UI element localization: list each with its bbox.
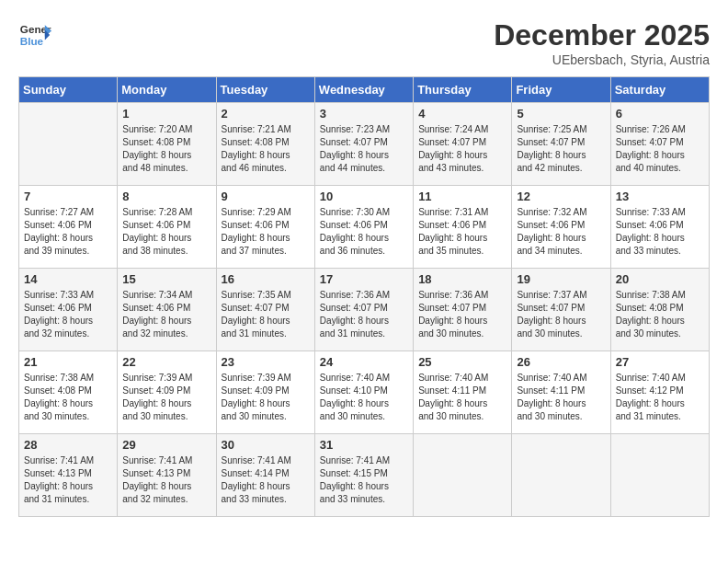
day-info: Sunrise: 7:32 AM Sunset: 4:06 PM Dayligh…	[517, 206, 605, 258]
day-info: Sunrise: 7:36 AM Sunset: 4:07 PM Dayligh…	[418, 289, 506, 340]
calendar-cell	[512, 434, 610, 517]
day-info: Sunrise: 7:34 AM Sunset: 4:06 PM Dayligh…	[122, 289, 210, 340]
day-number: 14	[24, 272, 112, 286]
weekday-header-friday: Friday	[512, 77, 610, 103]
day-info: Sunrise: 7:39 AM Sunset: 4:09 PM Dayligh…	[222, 372, 310, 423]
day-info: Sunrise: 7:35 AM Sunset: 4:07 PM Dayligh…	[222, 289, 310, 340]
calendar-cell: 27Sunrise: 7:40 AM Sunset: 4:12 PM Dayli…	[610, 351, 709, 434]
day-info: Sunrise: 7:38 AM Sunset: 4:08 PM Dayligh…	[24, 372, 112, 423]
day-info: Sunrise: 7:40 AM Sunset: 4:12 PM Dayligh…	[616, 372, 704, 423]
calendar-cell: 8Sunrise: 7:28 AM Sunset: 4:06 PM Daylig…	[118, 186, 216, 269]
day-number: 9	[222, 190, 310, 203]
calendar-cell: 18Sunrise: 7:36 AM Sunset: 4:07 PM Dayli…	[414, 269, 512, 351]
day-info: Sunrise: 7:31 AM Sunset: 4:06 PM Dayligh…	[418, 206, 506, 258]
calendar-cell: 19Sunrise: 7:37 AM Sunset: 4:07 PM Dayli…	[512, 269, 610, 351]
calendar-cell: 4Sunrise: 7:24 AM Sunset: 4:07 PM Daylig…	[414, 103, 512, 186]
weekday-header-thursday: Thursday	[414, 77, 512, 103]
location-subtitle: UEbersbach, Styria, Austria	[494, 52, 710, 67]
day-number: 22	[122, 355, 210, 369]
svg-text:Blue: Blue	[20, 35, 44, 47]
day-number: 7	[24, 190, 112, 203]
day-info: Sunrise: 7:39 AM Sunset: 4:09 PM Dayligh…	[122, 372, 210, 423]
day-info: Sunrise: 7:29 AM Sunset: 4:06 PM Dayligh…	[222, 206, 310, 258]
day-number: 13	[616, 190, 704, 203]
logo: General Blue	[18, 18, 55, 52]
calendar-cell: 2Sunrise: 7:21 AM Sunset: 4:08 PM Daylig…	[216, 103, 314, 186]
day-number: 10	[320, 190, 408, 203]
calendar-cell: 16Sunrise: 7:35 AM Sunset: 4:07 PM Dayli…	[216, 269, 314, 351]
week-row-2: 7Sunrise: 7:27 AM Sunset: 4:06 PM Daylig…	[19, 186, 710, 269]
day-number: 29	[122, 438, 210, 452]
calendar-cell: 10Sunrise: 7:30 AM Sunset: 4:06 PM Dayli…	[314, 186, 413, 269]
title-block: December 2025 UEbersbach, Styria, Austri…	[494, 18, 710, 67]
calendar-body: 1Sunrise: 7:20 AM Sunset: 4:08 PM Daylig…	[19, 103, 710, 517]
day-number: 28	[24, 438, 112, 452]
calendar-cell: 13Sunrise: 7:33 AM Sunset: 4:06 PM Dayli…	[610, 186, 709, 269]
calendar-cell: 23Sunrise: 7:39 AM Sunset: 4:09 PM Dayli…	[216, 351, 314, 434]
weekday-header-row: SundayMondayTuesdayWednesdayThursdayFrid…	[19, 77, 710, 103]
calendar-cell: 9Sunrise: 7:29 AM Sunset: 4:06 PM Daylig…	[216, 186, 314, 269]
day-number: 15	[122, 272, 210, 286]
day-number: 21	[24, 355, 112, 369]
day-info: Sunrise: 7:36 AM Sunset: 4:07 PM Dayligh…	[320, 289, 408, 340]
logo-icon: General Blue	[18, 18, 51, 52]
weekday-header-monday: Monday	[118, 77, 216, 103]
day-info: Sunrise: 7:26 AM Sunset: 4:07 PM Dayligh…	[616, 123, 704, 175]
day-info: Sunrise: 7:37 AM Sunset: 4:07 PM Dayligh…	[517, 289, 605, 340]
day-number: 4	[418, 107, 506, 121]
weekday-header-wednesday: Wednesday	[314, 77, 413, 103]
calendar-cell: 25Sunrise: 7:40 AM Sunset: 4:11 PM Dayli…	[414, 351, 512, 434]
day-info: Sunrise: 7:40 AM Sunset: 4:10 PM Dayligh…	[320, 372, 408, 423]
day-info: Sunrise: 7:27 AM Sunset: 4:06 PM Dayligh…	[24, 206, 112, 258]
day-info: Sunrise: 7:25 AM Sunset: 4:07 PM Dayligh…	[517, 123, 605, 175]
calendar-cell: 31Sunrise: 7:41 AM Sunset: 4:15 PM Dayli…	[314, 434, 413, 517]
day-info: Sunrise: 7:24 AM Sunset: 4:07 PM Dayligh…	[418, 123, 506, 175]
day-info: Sunrise: 7:30 AM Sunset: 4:06 PM Dayligh…	[320, 206, 408, 258]
calendar-cell: 28Sunrise: 7:41 AM Sunset: 4:13 PM Dayli…	[19, 434, 118, 517]
calendar-cell: 11Sunrise: 7:31 AM Sunset: 4:06 PM Dayli…	[414, 186, 512, 269]
calendar-cell: 30Sunrise: 7:41 AM Sunset: 4:14 PM Dayli…	[216, 434, 314, 517]
calendar-cell: 29Sunrise: 7:41 AM Sunset: 4:13 PM Dayli…	[118, 434, 216, 517]
day-info: Sunrise: 7:41 AM Sunset: 4:15 PM Dayligh…	[320, 454, 408, 506]
week-row-3: 14Sunrise: 7:33 AM Sunset: 4:06 PM Dayli…	[19, 269, 710, 351]
week-row-4: 21Sunrise: 7:38 AM Sunset: 4:08 PM Dayli…	[19, 351, 710, 434]
calendar-cell: 3Sunrise: 7:23 AM Sunset: 4:07 PM Daylig…	[314, 103, 413, 186]
weekday-header-tuesday: Tuesday	[216, 77, 314, 103]
day-info: Sunrise: 7:33 AM Sunset: 4:06 PM Dayligh…	[24, 289, 112, 340]
day-number: 3	[320, 107, 408, 121]
calendar-cell: 20Sunrise: 7:38 AM Sunset: 4:08 PM Dayli…	[610, 269, 709, 351]
calendar-cell: 12Sunrise: 7:32 AM Sunset: 4:06 PM Dayli…	[512, 186, 610, 269]
calendar-cell	[610, 434, 709, 517]
day-number: 30	[222, 438, 310, 452]
calendar-cell	[19, 103, 118, 186]
day-number: 18	[418, 272, 506, 286]
day-number: 27	[616, 355, 704, 369]
calendar-cell: 1Sunrise: 7:20 AM Sunset: 4:08 PM Daylig…	[118, 103, 216, 186]
calendar-cell: 22Sunrise: 7:39 AM Sunset: 4:09 PM Dayli…	[118, 351, 216, 434]
weekday-header-sunday: Sunday	[19, 77, 118, 103]
day-info: Sunrise: 7:40 AM Sunset: 4:11 PM Dayligh…	[517, 372, 605, 423]
day-number: 25	[418, 355, 506, 369]
day-number: 23	[222, 355, 310, 369]
day-number: 31	[320, 438, 408, 452]
calendar-cell: 17Sunrise: 7:36 AM Sunset: 4:07 PM Dayli…	[314, 269, 413, 351]
calendar-cell: 15Sunrise: 7:34 AM Sunset: 4:06 PM Dayli…	[118, 269, 216, 351]
day-number: 24	[320, 355, 408, 369]
page-header: General Blue December 2025 UEbersbach, S…	[18, 18, 710, 67]
calendar-cell: 21Sunrise: 7:38 AM Sunset: 4:08 PM Dayli…	[19, 351, 118, 434]
day-info: Sunrise: 7:23 AM Sunset: 4:07 PM Dayligh…	[320, 123, 408, 175]
calendar-cell: 7Sunrise: 7:27 AM Sunset: 4:06 PM Daylig…	[19, 186, 118, 269]
day-info: Sunrise: 7:21 AM Sunset: 4:08 PM Dayligh…	[222, 123, 310, 175]
calendar-cell: 26Sunrise: 7:40 AM Sunset: 4:11 PM Dayli…	[512, 351, 610, 434]
calendar-cell: 14Sunrise: 7:33 AM Sunset: 4:06 PM Dayli…	[19, 269, 118, 351]
calendar-table: SundayMondayTuesdayWednesdayThursdayFrid…	[18, 76, 710, 517]
day-number: 11	[418, 190, 506, 203]
weekday-header-saturday: Saturday	[610, 77, 709, 103]
day-number: 20	[616, 272, 704, 286]
day-info: Sunrise: 7:41 AM Sunset: 4:13 PM Dayligh…	[122, 454, 210, 506]
day-number: 12	[517, 190, 605, 203]
day-info: Sunrise: 7:28 AM Sunset: 4:06 PM Dayligh…	[122, 206, 210, 258]
day-info: Sunrise: 7:41 AM Sunset: 4:14 PM Dayligh…	[222, 454, 310, 506]
calendar-cell: 24Sunrise: 7:40 AM Sunset: 4:10 PM Dayli…	[314, 351, 413, 434]
month-title: December 2025	[494, 18, 710, 52]
